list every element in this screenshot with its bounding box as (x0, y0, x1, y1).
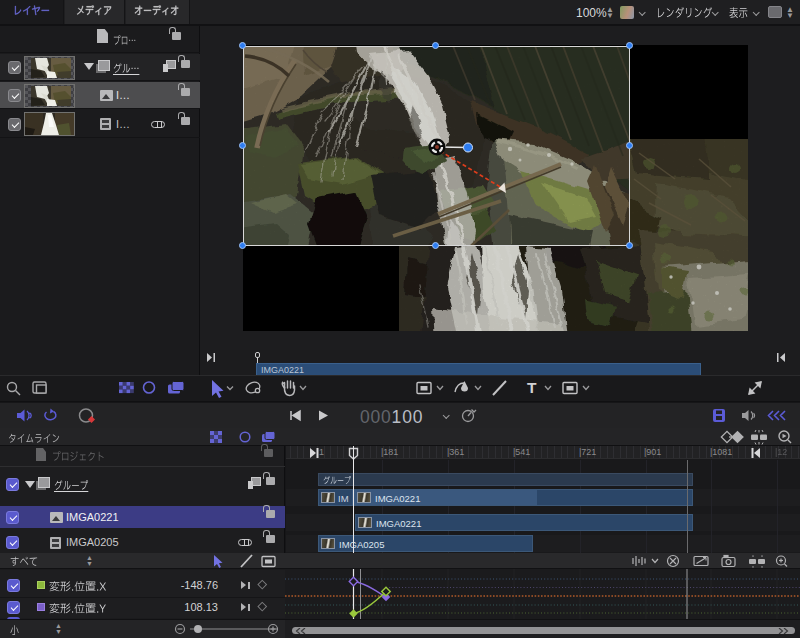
svg-text:T: T (527, 379, 537, 396)
